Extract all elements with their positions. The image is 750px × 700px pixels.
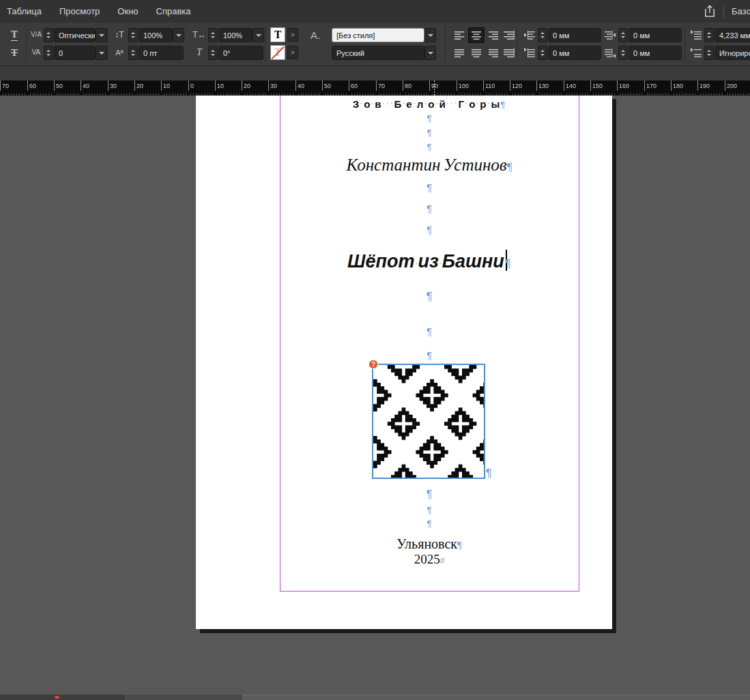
author-line[interactable]: Константин·Устинов¶: [280, 156, 579, 175]
vertical-scale-dropdown[interactable]: [173, 28, 184, 42]
baseline-shift-stepper[interactable]: [128, 46, 138, 60]
book-title-line[interactable]: Шёпот·из·Башни¶: [280, 250, 579, 272]
strikethrough-button[interactable]: T: [5, 45, 23, 60]
space-before-field[interactable]: 4,233 мм: [715, 28, 750, 42]
tracking-icon: VA: [29, 45, 44, 60]
character-style-dropdown[interactable]: [424, 28, 436, 42]
skew-field[interactable]: 0°: [218, 46, 263, 60]
empty-paragraph[interactable]: ¶: [280, 224, 579, 235]
missing-link-badge-icon[interactable]: ?: [369, 360, 378, 369]
book-title-text: Шёпот·из·Башни: [347, 251, 504, 272]
empty-paragraph[interactable]: ¶: [280, 113, 579, 123]
kerning-field[interactable]: Оптически: [54, 28, 96, 42]
horizontal-scale-dropdown[interactable]: [253, 28, 264, 42]
taskbar-red-icon: [55, 696, 59, 699]
empty-paragraph[interactable]: ¶: [280, 325, 579, 337]
baseline-grid-stepper[interactable]: [704, 46, 714, 60]
panel-divider: [517, 26, 517, 61]
justify-last-right-button[interactable]: [485, 45, 502, 61]
tracking-field[interactable]: 0: [54, 46, 96, 60]
justify-all-button[interactable]: [500, 45, 517, 61]
vertical-scale-stepper[interactable]: [128, 28, 138, 42]
author-text: Константин·Устинов: [347, 156, 507, 174]
control-panel: T T V/A Оптически VA 0 ↕T 100% Aª 0 пт T…: [0, 23, 750, 66]
page-shadow-bottom: [200, 629, 616, 633]
fill-expand-button[interactable]: >: [287, 28, 298, 42]
indent-right-stepper[interactable]: [618, 28, 628, 42]
empty-paragraph[interactable]: ¶: [280, 505, 579, 515]
align-center-button[interactable]: [468, 27, 485, 43]
pilcrow-mark: ¶: [500, 100, 506, 110]
align-right-button[interactable]: [485, 27, 502, 43]
empty-paragraph[interactable]: ¶: [280, 290, 579, 304]
pilcrow-mark: ¶: [507, 160, 513, 173]
panel-divider: [26, 26, 27, 61]
city-text: Ульяновск: [396, 536, 457, 551]
kerning-dropdown[interactable]: [96, 28, 107, 42]
empty-paragraph[interactable]: ¶: [280, 142, 579, 152]
space-before-stepper[interactable]: [704, 28, 714, 42]
character-style-field[interactable]: [Без стиля]: [332, 28, 424, 42]
vertical-scale-field[interactable]: 100%: [139, 28, 173, 42]
align-toward-spine-button[interactable]: [500, 27, 517, 43]
workspace-label[interactable]: Базо: [732, 6, 750, 16]
margin-guide-right: [579, 96, 579, 592]
panel-divider: [107, 26, 108, 61]
share-icon[interactable]: [704, 5, 716, 18]
menu-item-window[interactable]: Окно: [109, 0, 147, 23]
horizontal-scale-field[interactable]: 100%: [218, 28, 253, 42]
vertical-scale-icon: ↕T: [111, 27, 128, 42]
empty-paragraph[interactable]: ¶: [280, 349, 579, 361]
series-title-line[interactable]: З·о·в···Б·е·л·о·й···Г·о·р·ы¶: [280, 98, 579, 110]
indent-left-stepper[interactable]: [538, 28, 547, 42]
indent-first-line-field[interactable]: 0 мм: [548, 46, 601, 60]
indent-left-field[interactable]: 0 мм: [548, 28, 601, 42]
tracking-stepper[interactable]: [44, 46, 53, 60]
kerning-stepper[interactable]: [44, 28, 53, 42]
horizontal-scale-stepper[interactable]: [208, 28, 218, 42]
empty-paragraph[interactable]: ¶: [280, 519, 579, 529]
text-stroke-swatch[interactable]: T: [270, 45, 285, 60]
indent-right-field[interactable]: 0 мм: [629, 28, 682, 42]
pilcrow-mark: ¶: [486, 467, 492, 480]
baseline-grid-icon: [689, 45, 703, 60]
language-field[interactable]: Русский: [332, 46, 424, 60]
skew-icon: T: [191, 45, 207, 60]
menu-item-help[interactable]: Справка: [147, 0, 200, 23]
baseline-grid-field[interactable]: Игнориро: [715, 46, 750, 60]
page-shadow-right: [612, 99, 616, 633]
menu-item-table[interactable]: Таблица: [0, 0, 51, 23]
justify-last-left-button[interactable]: [451, 45, 467, 61]
city-line[interactable]: Ульяновск¶: [280, 536, 579, 552]
horizontal-ruler[interactable]: [0, 81, 750, 96]
series-title-text: З·о·в···Б·е·л·о·й···Г·о·р·ы: [353, 98, 501, 110]
indent-last-line-field[interactable]: 0 мм: [629, 46, 682, 60]
baseline-shift-field[interactable]: 0 пт: [139, 46, 184, 60]
baseline-shift-icon: Aª: [111, 45, 128, 60]
indent-right-icon: [603, 27, 617, 42]
language-dropdown[interactable]: [424, 46, 436, 60]
year-line[interactable]: 2025#: [280, 552, 579, 567]
indent-first-line-stepper[interactable]: [538, 46, 547, 60]
ornament-image-frame[interactable]: ? ¶: [372, 364, 485, 479]
panel-divider: [445, 26, 446, 61]
margin-guide-bottom: [280, 591, 579, 592]
stroke-expand-button[interactable]: >: [287, 46, 298, 59]
menubar-divider: [723, 5, 724, 18]
empty-paragraph[interactable]: ¶: [280, 128, 579, 138]
align-left-button[interactable]: [451, 27, 467, 43]
year-text: 2025: [414, 552, 440, 566]
justify-last-center-button[interactable]: [468, 45, 485, 61]
panel-divider: [684, 26, 685, 61]
empty-paragraph[interactable]: ¶: [280, 203, 579, 214]
text-fill-swatch[interactable]: T: [270, 27, 285, 42]
pasteboard[interactable]: З·о·в···Б·е·л·о·й···Г·о·р·ы¶ ¶ ¶ ¶ Конст…: [0, 96, 750, 695]
tracking-dropdown[interactable]: [96, 46, 107, 60]
empty-paragraph[interactable]: ¶: [280, 181, 579, 193]
ruler-ticks: [0, 81, 750, 96]
skew-stepper[interactable]: [208, 46, 218, 60]
indent-last-line-stepper[interactable]: [618, 46, 628, 60]
empty-paragraph[interactable]: ¶: [280, 488, 579, 501]
underline-button[interactable]: T: [5, 27, 23, 42]
menu-item-view[interactable]: Просмотр: [51, 0, 109, 23]
